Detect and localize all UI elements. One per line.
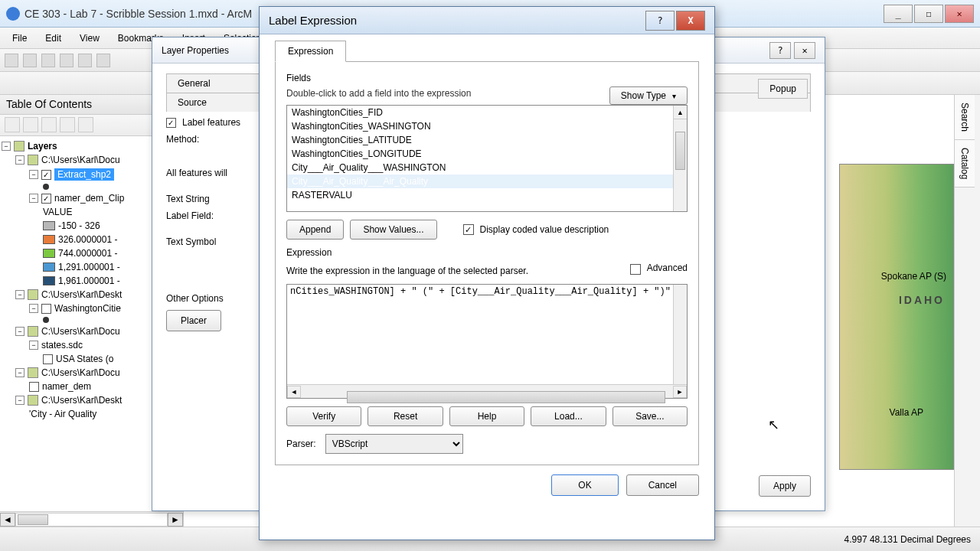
search-tab[interactable]: Search: [955, 95, 975, 140]
fields-listbox[interactable]: WashingtonCities_FID WashingtonCities_WA…: [286, 105, 688, 212]
group-label[interactable]: C:\Users\Karl\Docu: [41, 155, 120, 165]
legend-swatch: [43, 221, 55, 230]
lp-help-button[interactable]: ?: [769, 42, 791, 59]
field-item[interactable]: City___Air_Quality___WASHINGTON: [287, 161, 673, 174]
copy-icon[interactable]: [96, 54, 110, 67]
layers-root[interactable]: Layers: [28, 141, 57, 152]
layer-checkbox[interactable]: [41, 194, 51, 204]
legend-label: 1,291.000001 -: [58, 262, 120, 272]
menu-file[interactable]: File: [5, 30, 34, 47]
ld-close-button[interactable]: X: [676, 11, 705, 31]
help-button[interactable]: Help: [449, 406, 524, 426]
scroll-right-icon[interactable]: ►: [168, 513, 183, 527]
map-label-spokane: Spokane AP (S): [881, 271, 946, 282]
collapse-icon[interactable]: −: [29, 304, 38, 313]
scroll-thumb[interactable]: [18, 514, 48, 525]
open-icon[interactable]: [23, 54, 37, 67]
group-label[interactable]: C:\Users\Karl\Deskt: [41, 395, 122, 406]
lp-tab-popup[interactable]: Popup: [758, 79, 808, 99]
expr-vscrollbar[interactable]: [673, 285, 687, 384]
cancel-button[interactable]: Cancel: [626, 474, 699, 496]
menu-view[interactable]: View: [72, 30, 107, 47]
collapse-icon[interactable]: −: [15, 290, 24, 299]
ok-button[interactable]: OK: [551, 474, 618, 496]
list-by-source-icon[interactable]: [23, 117, 38, 132]
legend-swatch: [43, 262, 55, 272]
show-values-button[interactable]: Show Values...: [350, 220, 436, 240]
collapse-icon[interactable]: −: [15, 368, 24, 377]
reset-button[interactable]: Reset: [368, 406, 443, 426]
scroll-up-icon[interactable]: ▲: [674, 106, 687, 119]
layer-checkbox[interactable]: [41, 170, 51, 180]
options-icon[interactable]: [78, 117, 93, 132]
layer-checkbox[interactable]: [43, 354, 53, 364]
fields-scrollbar[interactable]: ▲: [673, 106, 687, 211]
expression-tab[interactable]: Expression: [275, 41, 346, 62]
collapse-icon[interactable]: −: [29, 341, 38, 350]
layer-label[interactable]: namer_dem: [42, 381, 91, 392]
expression-textbox[interactable]: nCities_WASHINGTON] + " (" + [City___Air…: [286, 284, 688, 399]
ld-titlebar[interactable]: Label Expression ? X: [260, 7, 714, 34]
minimize-button[interactable]: _: [884, 5, 913, 23]
layer-label[interactable]: states.sdc: [41, 340, 83, 350]
save-icon[interactable]: [41, 54, 55, 67]
collapse-icon[interactable]: −: [15, 327, 24, 336]
placement-button[interactable]: Placer: [166, 310, 221, 331]
layer-checkbox[interactable]: [29, 382, 39, 392]
scroll-left-icon[interactable]: ◄: [0, 513, 15, 527]
close-button[interactable]: ✕: [945, 5, 974, 23]
lp-close-button[interactable]: ✕: [794, 42, 815, 59]
field-item[interactable]: RASTERVALU: [287, 188, 673, 202]
legend-label: -150 - 326: [58, 220, 100, 231]
menu-edit[interactable]: Edit: [38, 30, 69, 47]
collapse-icon[interactable]: −: [15, 396, 24, 405]
collapse-icon[interactable]: −: [29, 194, 38, 203]
display-coded-checkbox[interactable]: ✓: [463, 224, 474, 235]
list-by-drawing-order-icon[interactable]: [5, 117, 20, 132]
field-item[interactable]: WashingtonCities_WASHINGTON: [287, 119, 673, 133]
group-label[interactable]: C:\Users\Karl\Docu: [41, 326, 120, 337]
layer-label[interactable]: namer_dem_Clip: [54, 193, 124, 204]
field-item[interactable]: WashingtonCities_FID: [287, 106, 673, 119]
other-options-label: Other Options: [166, 293, 224, 304]
print-icon[interactable]: [60, 54, 74, 67]
lp-apply-button[interactable]: Apply: [759, 475, 811, 497]
field-item[interactable]: WashingtonCities_LATITUDE: [287, 133, 673, 147]
show-type-button[interactable]: Show Type: [609, 86, 688, 105]
save-button[interactable]: Save...: [612, 406, 688, 426]
layer-label-selected[interactable]: Extract_shp2: [54, 168, 114, 181]
collapse-icon[interactable]: −: [15, 155, 24, 165]
verify-button[interactable]: Verify: [286, 406, 361, 426]
append-button[interactable]: Append: [286, 220, 344, 240]
load-button[interactable]: Load...: [531, 406, 606, 426]
ld-help-button[interactable]: ?: [645, 11, 675, 31]
new-icon[interactable]: [5, 54, 18, 67]
parser-select[interactable]: VBScript: [325, 434, 463, 454]
expression-header: Expression: [286, 247, 688, 258]
field-item-selected[interactable]: City___Air_Quality___Air_Quality: [287, 174, 673, 188]
legend-label: 1,961.000001 -: [58, 276, 120, 286]
layer-label[interactable]: 'City - Air Quality: [29, 409, 96, 419]
scroll-right-icon[interactable]: ►: [673, 386, 687, 398]
toc-hscrollbar[interactable]: ◄ ►: [0, 511, 183, 527]
label-features-checkbox[interactable]: [166, 118, 176, 128]
list-by-visibility-icon[interactable]: [41, 117, 57, 132]
layer-label[interactable]: USA States (o: [56, 354, 113, 364]
scroll-left-icon[interactable]: ◄: [287, 386, 301, 398]
expr-hscrollbar[interactable]: ◄ ►: [287, 384, 687, 398]
group-label[interactable]: C:\Users\Karl\Deskt: [41, 289, 122, 300]
maximize-button[interactable]: ☐: [914, 5, 943, 23]
layer-label[interactable]: WashingtonCitie: [54, 303, 121, 314]
group-label[interactable]: C:\Users\Karl\Docu: [41, 367, 120, 378]
field-item[interactable]: WashingtonCities_LONGITUDE: [287, 147, 673, 161]
scroll-thumb[interactable]: [675, 132, 685, 170]
catalog-tab[interactable]: Catalog: [955, 140, 975, 187]
advanced-checkbox[interactable]: [630, 264, 641, 275]
layer-checkbox[interactable]: [41, 304, 51, 314]
point-symbol-icon: [43, 184, 49, 190]
cut-icon[interactable]: [78, 54, 92, 67]
collapse-icon[interactable]: −: [29, 170, 38, 179]
list-by-selection-icon[interactable]: [60, 117, 75, 132]
scroll-thumb[interactable]: [347, 391, 665, 403]
collapse-icon[interactable]: −: [2, 142, 11, 151]
